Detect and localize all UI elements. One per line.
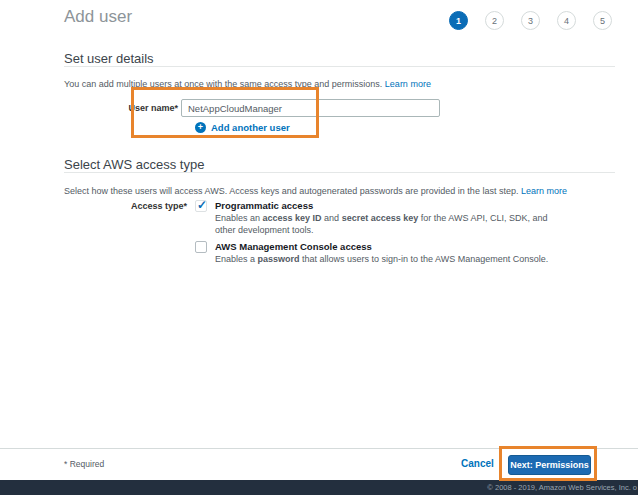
- step-3: 3: [521, 11, 540, 30]
- checkbox-programmatic-access[interactable]: ✓: [195, 200, 207, 212]
- option-desc-line1: Enables an access key ID and secret acce…: [215, 212, 547, 224]
- check-icon: ✓: [197, 198, 207, 212]
- option-title-console-access: AWS Management Console access: [215, 241, 372, 252]
- step-4: 4: [557, 11, 576, 30]
- add-another-user-label: Add another user: [211, 122, 290, 133]
- user-name-label: User name*: [64, 103, 178, 113]
- checkbox-console-access[interactable]: [195, 241, 207, 253]
- section-heading-user-details: Set user details: [64, 51, 154, 66]
- step-indicator: 1 2 3 4 5: [449, 11, 612, 30]
- access-type-description-text: Select how these users will access AWS. …: [64, 186, 518, 196]
- access-type-description: Select how these users will access AWS. …: [64, 186, 567, 196]
- user-details-description-text: You can add multiple users at once with …: [64, 79, 382, 89]
- section-divider: [64, 66, 615, 67]
- option-desc-console-access: Enables a password that allows users to …: [215, 253, 548, 265]
- learn-more-link-user-details[interactable]: Learn more: [385, 79, 431, 89]
- section-heading-access-type: Select AWS access type: [64, 157, 204, 172]
- plus-icon: +: [195, 122, 206, 133]
- option-title-programmatic-access: Programmatic access: [215, 200, 313, 211]
- step-1: 1: [449, 11, 468, 30]
- user-name-input[interactable]: [181, 99, 440, 117]
- access-type-label: Access type*: [64, 201, 187, 211]
- required-note: * Required: [64, 459, 104, 469]
- option-desc-programmatic-access: Enables an access key ID and secret acce…: [215, 212, 547, 236]
- next-permissions-button[interactable]: Next: Permissions: [508, 455, 591, 475]
- learn-more-link-access-type[interactable]: Learn more: [521, 186, 567, 196]
- step-5: 5: [593, 11, 612, 30]
- option-desc-line2: other development tools.: [215, 224, 547, 236]
- section-divider: [64, 172, 615, 173]
- cancel-button[interactable]: Cancel: [461, 458, 494, 469]
- add-another-user-button[interactable]: + Add another user: [195, 122, 290, 133]
- user-details-description: You can add multiple users at once with …: [64, 79, 431, 89]
- step-2: 2: [485, 11, 504, 30]
- copyright-bar: © 2008 - 2019, Amazon Web Services, Inc.…: [0, 480, 638, 495]
- page-title: Add user: [64, 7, 132, 27]
- add-user-page: Add user 1 2 3 4 5 Set user details You …: [0, 0, 638, 495]
